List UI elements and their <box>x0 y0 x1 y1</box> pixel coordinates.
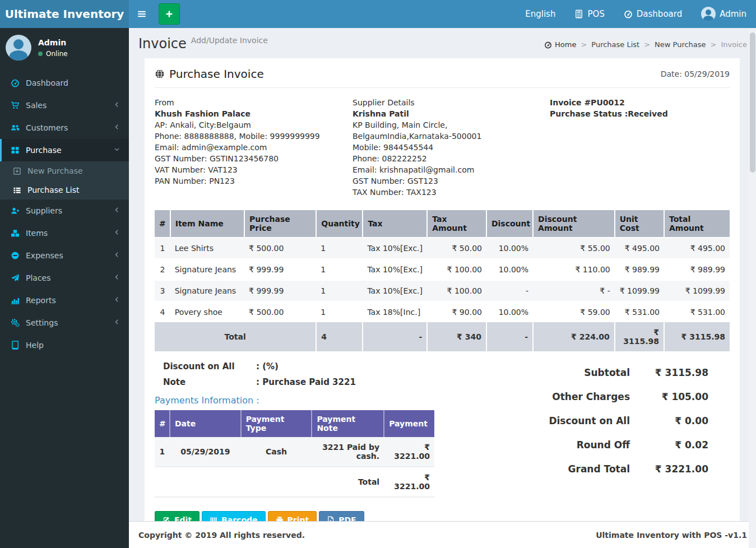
table-cell: Povery shoe <box>170 301 244 322</box>
breadcrumb-current: Invoice <box>721 40 747 49</box>
sidebar-item-items[interactable]: Items <box>0 222 129 244</box>
table-cell: Tax 10%[Exc.] <box>363 238 427 259</box>
summary-row-round-off: Round Off ₹ 0.02 <box>500 439 708 451</box>
table-cell: ₹ 59.00 <box>533 301 615 322</box>
column-header: # <box>155 410 170 437</box>
breadcrumb-separator: > <box>581 40 587 49</box>
sidebar-toggle-button[interactable] <box>129 0 154 28</box>
chevron-down-icon <box>113 146 120 155</box>
gauge-icon <box>11 78 20 87</box>
sidebar-item-purchase[interactable]: Purchase <box>0 139 129 161</box>
quick-add-button[interactable] <box>159 3 180 25</box>
summary-row-other-charges: Other Charges ₹ 105.00 <box>500 391 708 402</box>
from-heading: From <box>155 97 353 108</box>
payments-total-label: Total <box>155 467 384 497</box>
summary-value: ₹ 3115.98 <box>630 367 708 378</box>
purchase-invoice-card: Purchase Invoice Date: 05/29/2019 From K… <box>145 58 740 540</box>
total-discount-amount: ₹ 224.00 <box>533 322 615 351</box>
supplier-line: Email: krishnapatil@gmail.com <box>353 164 550 175</box>
table-cell: 3 <box>155 280 170 301</box>
sidebar-item-settings[interactable]: Settings <box>0 312 129 334</box>
totals-summary: Subtotal ₹ 3115.98 Other Charges ₹ 105.0… <box>500 367 708 529</box>
table-cell: ₹ - <box>533 280 615 301</box>
table-cell: 10.00% <box>486 238 533 259</box>
user-name-label: Admin <box>720 9 746 19</box>
breadcrumb-purchase-list[interactable]: Purchase List <box>591 40 639 49</box>
supplier-line: TAX Number: TAX123 <box>353 187 550 198</box>
table-row: 4Povery shoe₹ 500.001Tax 18%[Inc.]₹ 90.0… <box>155 301 730 322</box>
plus-square-icon <box>12 167 21 175</box>
discount-on-all-row: Discount on All : (%) <box>163 361 469 371</box>
brand-logo[interactable]: Ultimate Inventory <box>0 0 129 28</box>
sidebar-item-help[interactable]: Help <box>0 334 129 356</box>
page-subtitle: Add/Update Invoice <box>191 36 268 45</box>
sidebar-user-name: Admin <box>38 38 68 47</box>
purchase-submenu: New Purchase Purchase List <box>0 161 129 199</box>
top-navbar: Ultimate Inventory English POS Dashboard <box>0 0 756 28</box>
sidebar-item-customers[interactable]: Customers <box>0 117 129 139</box>
summary-label: Round Off <box>500 439 630 451</box>
table-cell: ₹ 531.00 <box>615 301 664 322</box>
from-line: GST Number: GSTIN123456780 <box>155 153 353 164</box>
sidebar-item-label: Sales <box>26 101 47 110</box>
sidebar-user-panel: Admin Online <box>0 28 129 67</box>
sidebar-item-dashboard[interactable]: Dashboard <box>0 72 129 94</box>
table-cell: Lee Shirts <box>170 238 244 259</box>
pos-link[interactable]: POS <box>565 0 614 28</box>
gears-icon <box>11 318 20 327</box>
table-cell: 10.00% <box>486 259 533 280</box>
sidebar-item-reports[interactable]: Reports <box>0 289 129 312</box>
chevron-left-icon <box>113 229 120 238</box>
summary-value: ₹ 0.02 <box>630 439 708 451</box>
table-cell: ₹ 3221.00 <box>384 437 434 467</box>
chevron-left-icon <box>113 101 120 110</box>
supplier-line: Mobile: 9844545544 <box>353 142 550 153</box>
column-header: Tax <box>363 210 427 238</box>
card-titlebar: Purchase Invoice Date: 05/29/2019 <box>155 67 730 88</box>
scrollbar-thumb[interactable] <box>750 32 755 173</box>
table-cell: 2 <box>155 259 170 280</box>
column-header: Discount <box>486 210 533 238</box>
table-cell: Tax 10%[Exc.] <box>363 280 427 301</box>
table-cell: 4 <box>155 301 170 322</box>
language-menu[interactable]: English <box>516 0 565 28</box>
summary-label: Grand Total <box>500 463 630 475</box>
page-scrollbar <box>749 28 756 548</box>
dashboard-link[interactable]: Dashboard <box>614 0 692 28</box>
table-cell: ₹ 989.99 <box>664 259 730 280</box>
chevron-left-icon <box>113 318 120 327</box>
invoice-info-columns: From Khush Fashion Palace AP: Ankali, Ci… <box>155 88 730 210</box>
sidebar-item-label: Suppliers <box>26 206 62 215</box>
sidebar-item-new-purchase[interactable]: New Purchase <box>0 161 129 180</box>
total-tax: - <box>363 322 427 351</box>
table-cell: ₹ 1099.99 <box>615 280 664 301</box>
content-header: Invoice Add/Update Invoice Home > Purcha… <box>129 28 756 57</box>
gauge-icon <box>544 41 552 49</box>
payments-total-value: ₹ 3221.00 <box>384 467 434 497</box>
table-cell: ₹ 531.00 <box>664 301 730 322</box>
sidebar-item-suppliers[interactable]: Suppliers <box>0 199 129 222</box>
payments-table-header: # Date Payment Type Payment Note Payment <box>155 410 434 437</box>
breadcrumb-home[interactable]: Home <box>544 40 576 49</box>
avatar <box>6 35 31 61</box>
list-icon <box>12 186 21 194</box>
table-cell: Signature Jeans <box>170 280 244 301</box>
content-area: Invoice Add/Update Invoice Home > Purcha… <box>129 28 756 548</box>
user-menu[interactable]: Admin <box>692 0 756 28</box>
table-row: 2Signature Jeans₹ 999.991Tax 10%[Exc.]₹ … <box>155 259 730 280</box>
sidebar-item-expenses[interactable]: Expenses <box>0 244 129 267</box>
table-cell: 10.00% <box>486 301 533 322</box>
breadcrumb-new-purchase[interactable]: New Purchase <box>655 40 706 49</box>
table-cell: 1 <box>316 280 363 301</box>
sidebar-item-label: Purchase List <box>27 185 80 194</box>
sidebar-item-purchase-list[interactable]: Purchase List <box>0 180 129 199</box>
chevron-left-icon <box>113 296 120 305</box>
sidebar-item-label: Expenses <box>26 251 63 260</box>
table-row: 1Lee Shirts₹ 500.001Tax 10%[Exc.]₹ 50.00… <box>155 238 730 259</box>
sidebar-item-places[interactable]: Places <box>0 267 129 289</box>
table-cell: Signature Jeans <box>170 259 244 280</box>
supplier-line: GST Number: GST123 <box>353 175 550 187</box>
sidebar-menu: Dashboard Sales Customers Purchase N <box>0 72 129 356</box>
sidebar-item-sales[interactable]: Sales <box>0 94 129 117</box>
pos-label: POS <box>587 9 604 19</box>
